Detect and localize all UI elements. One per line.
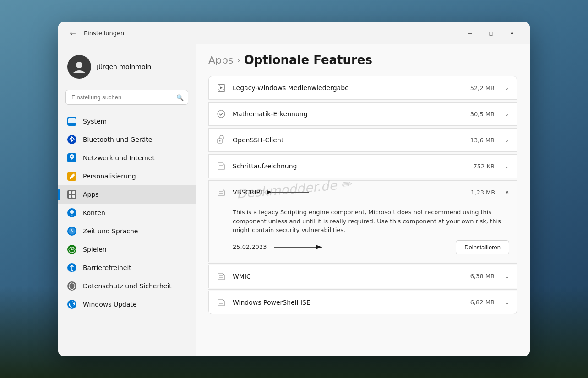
feature-row-openssh[interactable]: OpenSSH-Client 13,6 MB ⌄	[209, 129, 517, 151]
sidebar-item-accounts[interactable]: Konten	[58, 204, 196, 222]
arrow-right-svg	[272, 243, 327, 252]
apps-icon	[67, 190, 76, 199]
feature-name-legacy-media: Legacy-Windows Medienwiedergabe	[233, 84, 464, 92]
sidebar-item-network[interactable]: Netzwerk und Internet	[58, 149, 196, 167]
close-button[interactable]: ✕	[501, 26, 523, 40]
svg-point-3	[71, 156, 73, 157]
feature-icon-wmic	[216, 271, 226, 281]
feature-icon-vbscript	[216, 187, 226, 197]
feature-math: Mathematik-Erkennung 30,5 MB ⌄	[208, 102, 517, 126]
sidebar-item-bluetooth-label: Bluetooth und Geräte	[83, 136, 152, 143]
accessibility-icon	[67, 263, 76, 272]
search-input[interactable]	[65, 90, 188, 105]
content-area: Apps › Optionale Features Legacy-Windows…	[196, 44, 530, 356]
update-icon	[67, 300, 76, 309]
feature-date-vbscript: 25.02.2023	[233, 243, 329, 252]
sidebar-item-network-label: Netzwerk und Internet	[83, 154, 155, 162]
sidebar-item-system-label: System	[83, 118, 107, 125]
back-button[interactable]: ←	[65, 26, 80, 40]
svg-rect-1	[68, 118, 76, 123]
feature-name-vbscript: VBSCRIPT	[233, 188, 464, 197]
svg-rect-5	[72, 191, 75, 194]
svg-point-14	[73, 249, 74, 250]
settings-window: ← Einstellungen — ▢ ✕ Jürgen moinmoin 🔍	[58, 22, 530, 356]
feature-size-legacy-media: 52,2 MB	[470, 85, 495, 92]
feature-size-vbscript: 1,23 MB	[471, 189, 495, 196]
deinstall-button[interactable]: Deinstallieren	[456, 240, 509, 254]
feature-row-wmic[interactable]: WMIC 6,38 MB ⌄	[209, 265, 517, 288]
main-content: Jürgen moinmoin 🔍 System	[58, 44, 530, 356]
user-section: Jürgen moinmoin	[58, 48, 196, 86]
svg-point-19	[219, 140, 221, 142]
feature-legacy-media: Legacy-Windows Medienwiedergabe 52,2 MB …	[208, 76, 517, 100]
svg-rect-7	[72, 195, 75, 198]
sidebar-item-accessibility[interactable]: Barrierefreiheit	[58, 259, 196, 277]
feature-row-vbscript[interactable]: VBSCRIPT 1,23 MB ∧	[209, 181, 517, 204]
feature-steps: Schrittaufzeichnung 752 KB ⌄	[208, 154, 517, 178]
window-controls: — ▢ ✕	[459, 26, 523, 40]
feature-list: Legacy-Windows Medienwiedergabe 52,2 MB …	[208, 76, 517, 314]
maximize-button[interactable]: ▢	[480, 26, 501, 40]
minimize-button[interactable]: —	[459, 26, 480, 40]
feature-name-math: Mathematik-Erkennung	[233, 110, 464, 118]
sidebar-item-personalize[interactable]: Personalisierung	[58, 167, 196, 185]
feature-wmic: WMIC 6,38 MB ⌄	[208, 265, 517, 288]
avatar	[67, 55, 91, 79]
page-header: Apps › Optionale Features	[208, 53, 517, 67]
feature-name-wmic: WMIC	[233, 273, 464, 280]
feature-desc-vbscript: This is a legacy Scripting engine compon…	[233, 208, 509, 235]
search-box: 🔍	[65, 90, 188, 105]
feature-row-math[interactable]: Mathematik-Erkennung 30,5 MB ⌄	[209, 103, 517, 125]
sidebar-item-bluetooth[interactable]: Bluetooth und Geräte	[58, 130, 196, 149]
bluetooth-icon	[67, 135, 76, 144]
feature-row-powershell-ise[interactable]: Windows PowerShell ISE 6,82 MB ⌄	[209, 291, 517, 314]
feature-chevron-steps: ⌄	[505, 163, 509, 169]
sidebar-item-system[interactable]: System	[58, 112, 196, 130]
feature-row-legacy-media[interactable]: Legacy-Windows Medienwiedergabe 52,2 MB …	[209, 76, 517, 99]
sidebar: Jürgen moinmoin 🔍 System	[58, 44, 196, 356]
user-name: Jürgen moinmoin	[97, 63, 151, 70]
accounts-icon	[67, 208, 76, 217]
sidebar-item-privacy-label: Datenschutz und Sicherheit	[83, 282, 172, 290]
svg-rect-6	[69, 195, 71, 198]
sidebar-item-time[interactable]: Zeit und Sprache	[58, 222, 196, 240]
feature-name-powershell-ise: Windows PowerShell ISE	[233, 299, 464, 306]
search-icon: 🔍	[176, 94, 184, 101]
feature-expanded-vbscript: This is a legacy Scripting engine compon…	[209, 204, 517, 262]
feature-chevron-vbscript: ∧	[505, 189, 509, 195]
sidebar-item-privacy[interactable]: Datenschutz und Sicherheit	[58, 277, 196, 295]
time-icon	[67, 227, 76, 236]
feature-openssh: OpenSSH-Client 13,6 MB ⌄	[208, 128, 517, 152]
svg-rect-2	[71, 124, 73, 124]
nav-list: System Bluetooth und Geräte Netzwerk und…	[58, 112, 196, 352]
window-title: Einstellungen	[84, 30, 124, 37]
feature-size-steps: 752 KB	[474, 163, 495, 170]
feature-row-steps[interactable]: Schrittaufzeichnung 752 KB ⌄	[209, 155, 517, 178]
feature-footer-vbscript: 25.02.2023 Deinstallieren	[233, 240, 509, 254]
sidebar-item-gaming[interactable]: Spielen	[58, 240, 196, 259]
breadcrumb-apps[interactable]: Apps	[208, 54, 233, 66]
feature-size-openssh: 13,6 MB	[470, 137, 495, 144]
feature-size-wmic: 6,38 MB	[470, 273, 495, 280]
svg-point-8	[70, 210, 74, 214]
feature-powershell-ise: Windows PowerShell ISE 6,82 MB ⌄	[208, 291, 517, 314]
feature-name-openssh: OpenSSH-Client	[233, 136, 464, 144]
feature-size-powershell-ise: 6,82 MB	[470, 299, 495, 306]
arrow-left	[267, 188, 311, 197]
page-title: Optionale Features	[244, 53, 372, 67]
network-icon	[67, 153, 76, 162]
feature-chevron-math: ⌄	[505, 111, 509, 117]
feature-icon-powershell-ise	[216, 297, 226, 308]
sidebar-item-apps-label: Apps	[83, 191, 99, 198]
feature-size-math: 30,5 MB	[470, 111, 495, 118]
sidebar-item-apps[interactable]: Apps	[58, 185, 196, 204]
personalize-icon	[67, 172, 76, 181]
feature-icon-math	[216, 109, 226, 119]
feature-icon-openssh	[216, 135, 226, 145]
sidebar-item-gaming-label: Spielen	[83, 246, 107, 253]
sidebar-item-update-label: Windows Update	[83, 301, 137, 308]
feature-vbscript: VBSCRIPT 1,23 MB ∧ This is a legacy Scri…	[208, 180, 517, 262]
sidebar-item-update[interactable]: Windows Update	[58, 295, 196, 313]
titlebar: ← Einstellungen — ▢ ✕	[58, 22, 530, 44]
feature-icon-steps	[216, 161, 226, 171]
